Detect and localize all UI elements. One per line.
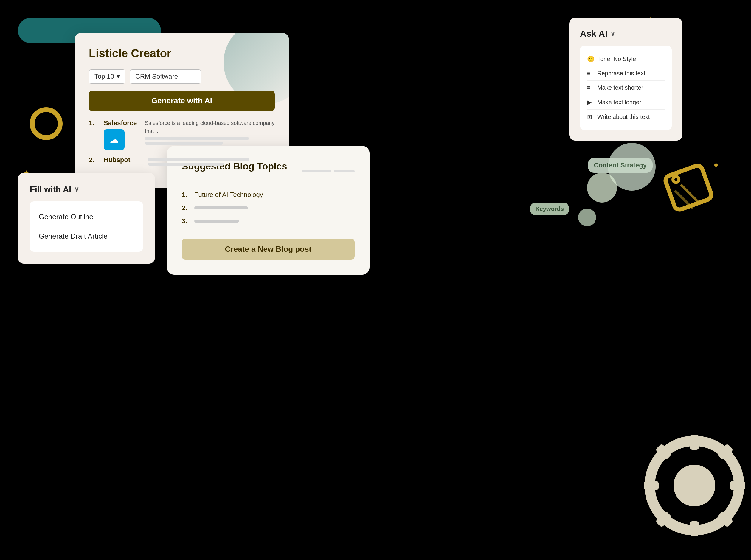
fill-ai-generate-outline[interactable]: Generate Outline bbox=[39, 208, 134, 225]
longer-icon: ▶ bbox=[587, 99, 594, 106]
svg-rect-13 bbox=[730, 481, 745, 490]
ask-ai-chevron[interactable]: ∨ bbox=[610, 30, 615, 38]
content-bubble-2 bbox=[587, 173, 617, 203]
content-strategy-label: Content Strategy bbox=[588, 158, 653, 173]
list-item-salesforce: 1. Salesforce ☁ Salesforce is a leading … bbox=[89, 119, 275, 150]
listicle-creator-card: Listicle Creator Top 10 ▾ Generate with … bbox=[75, 33, 289, 188]
write-about-label: Write about this text bbox=[597, 114, 650, 120]
ask-ai-write-about[interactable]: ⊞ Write about this text bbox=[587, 109, 665, 124]
header-line-1 bbox=[302, 170, 331, 173]
crm-input[interactable] bbox=[130, 69, 201, 84]
longer-label: Make text longer bbox=[597, 99, 641, 106]
salesforce-logo-text: ☁ bbox=[110, 135, 118, 145]
topic-num-2: 2. bbox=[182, 204, 190, 212]
svg-text:✦: ✦ bbox=[712, 160, 720, 170]
listicle-controls: Top 10 ▾ bbox=[89, 69, 275, 84]
hubspot-line-2 bbox=[148, 163, 224, 166]
rephrase-label: Rephrase this text bbox=[597, 70, 645, 77]
svg-point-5 bbox=[672, 176, 680, 183]
shorter-icon: ≡ bbox=[587, 84, 594, 91]
desc-line-1 bbox=[145, 137, 249, 140]
salesforce-desc: Salesforce is a leading cloud-based soft… bbox=[145, 119, 275, 145]
list-num-2: 2. bbox=[89, 156, 98, 164]
content-strategy-area: Content Strategy Keywords bbox=[572, 143, 656, 232]
gold-tag-icon: ✦ bbox=[663, 158, 723, 217]
tone-label: Tone: No Style bbox=[597, 56, 636, 63]
list-num-1: 1. bbox=[89, 119, 98, 127]
top10-chevron: ▾ bbox=[117, 73, 120, 80]
write-about-icon: ⊞ bbox=[587, 113, 594, 120]
top10-dropdown[interactable]: Top 10 ▾ bbox=[89, 69, 125, 84]
list-item-hubspot: 2. Hubspot bbox=[89, 156, 275, 166]
ask-ai-rephrase[interactable]: ≡ Rephrase this text bbox=[587, 66, 665, 81]
salesforce-logo: ☁ bbox=[104, 129, 124, 150]
ask-ai-title: Ask AI bbox=[580, 28, 607, 39]
hubspot-line-1 bbox=[148, 158, 250, 161]
header-line-2 bbox=[334, 170, 355, 173]
tone-icon: 🙂 bbox=[587, 55, 594, 63]
svg-rect-11 bbox=[690, 521, 699, 536]
topic-text-1: Future of AI Technology bbox=[194, 191, 263, 199]
topic-line-2 bbox=[194, 206, 248, 209]
blog-topic-3: 3. bbox=[182, 217, 355, 225]
fill-ai-header: Fill with AI ∨ bbox=[30, 185, 143, 194]
ask-ai-header: Ask AI ∨ bbox=[580, 28, 672, 39]
gear-icon bbox=[638, 429, 751, 542]
ask-ai-longer[interactable]: ▶ Make text longer bbox=[587, 95, 665, 109]
keywords-label: Keywords bbox=[530, 203, 569, 215]
desc-line-2 bbox=[145, 142, 223, 145]
salesforce-name: Salesforce bbox=[104, 119, 139, 127]
top10-label: Top 10 bbox=[95, 73, 114, 80]
svg-rect-12 bbox=[644, 481, 659, 490]
ask-ai-tone[interactable]: 🙂 Tone: No Style bbox=[587, 52, 665, 66]
rephrase-icon: ≡ bbox=[587, 70, 594, 77]
svg-rect-10 bbox=[690, 435, 699, 450]
create-new-blog-post-button[interactable]: Create a New Blog post bbox=[182, 239, 355, 260]
fill-ai-menu: Generate Outline Generate Draft Article bbox=[30, 201, 143, 252]
gold-circle-decoration bbox=[30, 107, 63, 140]
hubspot-name: Hubspot bbox=[104, 156, 139, 164]
ask-ai-card: Ask AI ∨ 🙂 Tone: No Style ≡ Rephrase thi… bbox=[569, 18, 683, 141]
content-bubble-3 bbox=[578, 208, 596, 226]
topic-num-3: 3. bbox=[182, 217, 190, 225]
salesforce-desc-text: Salesforce is a leading cloud-based soft… bbox=[145, 119, 275, 135]
fill-ai-generate-draft[interactable]: Generate Draft Article bbox=[39, 228, 134, 244]
ask-ai-menu: 🙂 Tone: No Style ≡ Rephrase this text ≡ … bbox=[580, 46, 672, 130]
ask-ai-shorter[interactable]: ≡ Make text shorter bbox=[587, 81, 665, 95]
fill-with-ai-card: Fill with AI ∨ Generate Outline Generate… bbox=[18, 173, 155, 264]
fill-ai-title: Fill with AI bbox=[30, 185, 71, 194]
fill-ai-chevron[interactable]: ∨ bbox=[74, 185, 79, 193]
listicle-title: Listicle Creator bbox=[89, 47, 275, 60]
blog-topic-1: 1. Future of AI Technology bbox=[182, 191, 355, 199]
svg-point-18 bbox=[673, 465, 715, 506]
topic-line-3 bbox=[194, 220, 239, 222]
hubspot-desc bbox=[148, 156, 275, 166]
blog-topic-2: 2. bbox=[182, 204, 355, 212]
shorter-label: Make text shorter bbox=[597, 84, 644, 91]
generate-with-ai-button[interactable]: Generate with AI bbox=[89, 91, 275, 111]
topic-num-1: 1. bbox=[182, 191, 190, 199]
